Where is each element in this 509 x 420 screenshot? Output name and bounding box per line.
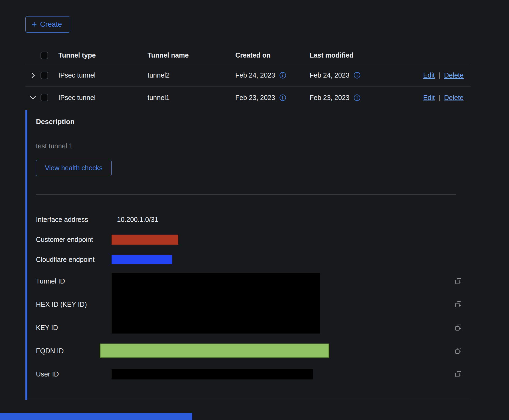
- delete-link[interactable]: Delete: [444, 94, 464, 102]
- fqdn-id-row: FQDN ID: [36, 339, 466, 362]
- tunnel-fields: Interface address 10.200.1.0/31 Customer…: [36, 209, 466, 386]
- action-separator: |: [438, 71, 440, 79]
- last-modified-cell: Feb 23, 2023: [310, 94, 349, 102]
- tunnel-ids-group: Tunnel ID HEX ID (KEY ID): [36, 269, 466, 339]
- edit-link[interactable]: Edit: [423, 94, 435, 102]
- user-id-row: User ID: [36, 362, 466, 386]
- plus-icon: +: [32, 20, 37, 29]
- horizontal-scrollbar-thumb[interactable]: [0, 413, 192, 420]
- tunnels-table: Tunnel type Tunnel name Created on Last …: [25, 46, 471, 109]
- user-id-redacted-value: [112, 369, 313, 379]
- interface-address-value: 10.200.1.0/31: [112, 216, 158, 224]
- table-header-row: Tunnel type Tunnel name Created on Last …: [25, 46, 471, 64]
- hex-id-label: HEX ID (KEY ID): [36, 301, 112, 308]
- interface-address-row: Interface address 10.200.1.0/31: [36, 209, 466, 229]
- last-modified-cell: Feb 24, 2023: [310, 71, 349, 79]
- header-tunnel-name: Tunnel name: [148, 51, 235, 59]
- row-checkbox[interactable]: [41, 94, 48, 101]
- expand-row-chevron-right-icon[interactable]: [29, 71, 37, 79]
- info-icon[interactable]: [279, 72, 286, 79]
- header-last-modified: Last modified: [310, 51, 411, 59]
- row-checkbox[interactable]: [41, 72, 48, 79]
- tunnel-type-cell: IPsec tunnel: [58, 94, 148, 102]
- table-row: IPsec tunnel tunnel2 Feb 24, 2023 Feb 24…: [25, 64, 471, 86]
- tunnel-name-cell: tunnel2: [148, 71, 235, 79]
- copy-key-id-icon[interactable]: [454, 324, 462, 332]
- info-icon[interactable]: [279, 94, 286, 101]
- description-value: test tunnel 1: [36, 142, 466, 150]
- description-label: Description: [36, 118, 466, 126]
- delete-link[interactable]: Delete: [444, 71, 464, 79]
- info-icon[interactable]: [353, 94, 361, 101]
- copy-hex-id-icon[interactable]: [454, 300, 462, 308]
- created-on-cell: Feb 23, 2023: [235, 94, 275, 102]
- customer-endpoint-label: Customer endpoint: [36, 236, 112, 244]
- create-button-label: Create: [40, 20, 62, 29]
- cloudflare-endpoint-redacted-value: [112, 255, 172, 264]
- edit-link[interactable]: Edit: [423, 71, 435, 79]
- create-button[interactable]: + Create: [25, 16, 70, 33]
- header-created-on: Created on: [235, 51, 310, 59]
- copy-fqdn-id-icon[interactable]: [454, 347, 462, 355]
- info-icon[interactable]: [353, 72, 361, 79]
- customer-endpoint-redacted-value: [112, 235, 178, 245]
- copy-user-id-icon[interactable]: [454, 370, 462, 378]
- select-all-checkbox[interactable]: [41, 52, 48, 59]
- action-separator: |: [438, 94, 440, 102]
- header-tunnel-type: Tunnel type: [58, 51, 148, 59]
- tunnel-type-cell: IPsec tunnel: [58, 71, 148, 79]
- tunnel-detail-panel: Description test tunnel 1 View health ch…: [25, 110, 471, 400]
- collapse-row-chevron-down-icon[interactable]: [29, 94, 37, 102]
- table-row: IPsec tunnel tunnel1 Feb 23, 2023 Feb 23…: [25, 86, 471, 109]
- key-id-label: KEY ID: [36, 324, 112, 332]
- interface-address-label: Interface address: [36, 216, 112, 224]
- user-id-label: User ID: [36, 370, 112, 378]
- copy-tunnel-id-icon[interactable]: [454, 277, 462, 285]
- view-health-checks-button[interactable]: View health checks: [36, 160, 112, 176]
- fqdn-id-redacted-value: [100, 344, 329, 358]
- tunnel-ids-redacted-value: [112, 273, 320, 334]
- tunnels-page: + Create Tunnel type Tunnel name Created…: [0, 0, 509, 420]
- customer-endpoint-row: Customer endpoint: [36, 229, 466, 249]
- created-on-cell: Feb 24, 2023: [235, 71, 275, 79]
- tunnel-name-cell: tunnel1: [148, 94, 235, 102]
- cloudflare-endpoint-row: Cloudflare endpoint: [36, 249, 466, 269]
- section-divider: [36, 195, 456, 195]
- tunnel-id-label: Tunnel ID: [36, 277, 112, 285]
- cloudflare-endpoint-label: Cloudflare endpoint: [36, 256, 112, 264]
